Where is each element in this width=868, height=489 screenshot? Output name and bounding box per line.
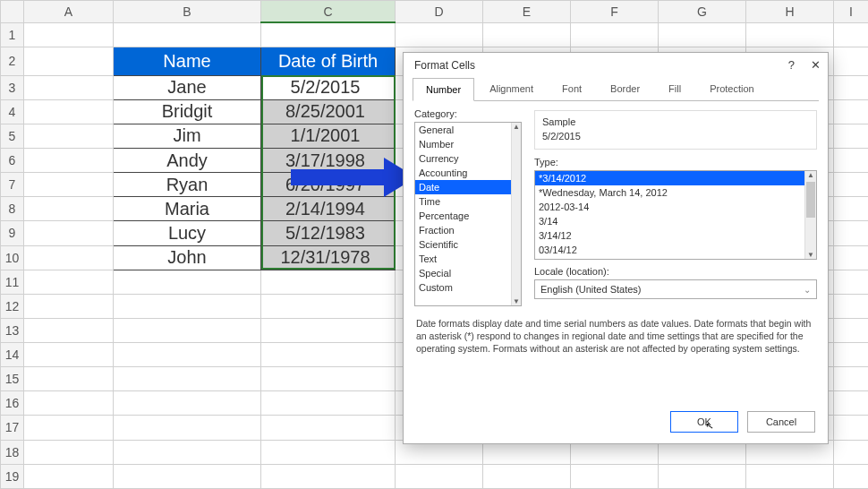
tab-fill[interactable]: Fill bbox=[655, 77, 694, 100]
row-header-16[interactable]: 16 bbox=[1, 391, 24, 416]
cell-C18[interactable] bbox=[261, 440, 396, 464]
cell-E1[interactable] bbox=[483, 22, 571, 47]
row-header-18[interactable]: 18 bbox=[1, 440, 24, 464]
category-item-general[interactable]: General bbox=[415, 123, 521, 137]
cell-C15[interactable] bbox=[261, 367, 396, 391]
cell-I4[interactable] bbox=[834, 99, 869, 124]
cancel-button[interactable]: Cancel bbox=[747, 411, 815, 433]
cell-A17[interactable] bbox=[24, 416, 114, 440]
cell-B18[interactable] bbox=[114, 440, 261, 464]
cell-A19[interactable] bbox=[24, 464, 114, 488]
type-item[interactable]: *3/14/2012 bbox=[535, 171, 816, 185]
row-header-7[interactable]: 7 bbox=[1, 173, 24, 197]
row-header-2[interactable]: 2 bbox=[1, 47, 24, 76]
cell-I6[interactable] bbox=[834, 149, 869, 173]
cell-A18[interactable] bbox=[24, 440, 114, 464]
cell-B14[interactable] bbox=[114, 343, 261, 367]
cell-I1[interactable] bbox=[834, 22, 869, 47]
cell-C11[interactable] bbox=[261, 270, 396, 294]
category-item-special[interactable]: Special bbox=[415, 266, 521, 280]
cell-B9[interactable]: Lucy bbox=[114, 221, 261, 245]
cell-A5[interactable] bbox=[24, 124, 114, 148]
cell-F19[interactable] bbox=[571, 464, 659, 488]
help-icon[interactable]: ? bbox=[788, 58, 795, 72]
cell-D19[interactable] bbox=[396, 464, 483, 488]
cell-A16[interactable] bbox=[24, 391, 114, 416]
cell-I12[interactable] bbox=[834, 294, 869, 318]
category-listbox[interactable]: GeneralNumberCurrencyAccountingDateTimeP… bbox=[414, 122, 522, 306]
cell-I11[interactable] bbox=[834, 270, 869, 294]
close-icon[interactable]: ✕ bbox=[811, 58, 821, 72]
cell-G19[interactable] bbox=[659, 464, 746, 488]
type-item[interactable]: 2012-03-14 bbox=[535, 200, 816, 214]
cell-I2[interactable] bbox=[834, 47, 869, 76]
scrollbar[interactable]: ▲ ▼ bbox=[804, 171, 816, 259]
row-header-3[interactable]: 3 bbox=[1, 75, 24, 99]
row-header-5[interactable]: 5 bbox=[1, 124, 24, 148]
cell-C5[interactable]: 1/1/2001 bbox=[261, 124, 396, 148]
cell-A1[interactable] bbox=[24, 22, 114, 47]
cell-C16[interactable] bbox=[261, 391, 396, 416]
cell-I3[interactable] bbox=[834, 75, 869, 99]
type-item[interactable]: 3/14/12 bbox=[535, 228, 816, 243]
cell-I18[interactable] bbox=[834, 440, 869, 464]
category-item-number[interactable]: Number bbox=[415, 137, 521, 151]
type-item[interactable]: 14-Mar bbox=[535, 257, 816, 260]
column-header-D[interactable]: D bbox=[396, 1, 483, 23]
column-header-E[interactable]: E bbox=[483, 1, 571, 23]
cell-B4[interactable]: Bridgit bbox=[114, 99, 261, 124]
tab-border[interactable]: Border bbox=[597, 77, 653, 100]
cell-B8[interactable]: Maria bbox=[114, 197, 261, 221]
cell-A10[interactable] bbox=[24, 245, 114, 270]
cell-H1[interactable] bbox=[746, 22, 834, 47]
cell-C19[interactable] bbox=[261, 464, 396, 488]
cell-C1[interactable] bbox=[261, 22, 396, 47]
cell-B13[interactable] bbox=[114, 318, 261, 342]
row-header-12[interactable]: 12 bbox=[1, 294, 24, 318]
ok-button[interactable]: OK ↖ bbox=[670, 411, 738, 433]
category-item-custom[interactable]: Custom bbox=[415, 280, 521, 295]
cell-C6[interactable]: 3/17/1998 bbox=[261, 149, 396, 173]
cell-F1[interactable] bbox=[571, 22, 659, 47]
cell-C12[interactable] bbox=[261, 294, 396, 318]
cell-I5[interactable] bbox=[834, 124, 869, 148]
cell-B5[interactable]: Jim bbox=[114, 124, 261, 148]
cell-A7[interactable] bbox=[24, 173, 114, 197]
cell-A4[interactable] bbox=[24, 99, 114, 124]
type-listbox[interactable]: *3/14/2012*Wednesday, March 14, 20122012… bbox=[534, 170, 817, 260]
tab-protection[interactable]: Protection bbox=[696, 77, 768, 100]
cell-A8[interactable] bbox=[24, 197, 114, 221]
cell-B15[interactable] bbox=[114, 367, 261, 391]
select-all-corner[interactable] bbox=[1, 1, 24, 23]
category-item-currency[interactable]: Currency bbox=[415, 151, 521, 166]
scroll-down-icon[interactable]: ▼ bbox=[512, 297, 521, 305]
cell-A13[interactable] bbox=[24, 318, 114, 342]
row-header-19[interactable]: 19 bbox=[1, 464, 24, 488]
cell-B2[interactable]: Name bbox=[114, 47, 261, 76]
row-header-17[interactable]: 17 bbox=[1, 416, 24, 440]
type-item[interactable]: *Wednesday, March 14, 2012 bbox=[535, 185, 816, 200]
category-item-date[interactable]: Date bbox=[415, 180, 521, 194]
cell-B6[interactable]: Andy bbox=[114, 149, 261, 173]
tab-alignment[interactable]: Alignment bbox=[476, 77, 547, 100]
cell-C10[interactable]: 12/31/1978 bbox=[261, 245, 396, 270]
column-header-G[interactable]: G bbox=[659, 1, 746, 23]
row-header-15[interactable]: 15 bbox=[1, 367, 24, 391]
type-item[interactable]: 03/14/12 bbox=[535, 243, 816, 257]
cell-I14[interactable] bbox=[834, 343, 869, 367]
locale-select[interactable]: English (United States) ⌄ bbox=[534, 279, 817, 299]
cell-G1[interactable] bbox=[659, 22, 746, 47]
row-header-6[interactable]: 6 bbox=[1, 149, 24, 173]
cell-E19[interactable] bbox=[483, 464, 571, 488]
cell-I15[interactable] bbox=[834, 367, 869, 391]
column-header-I[interactable]: I bbox=[834, 1, 869, 23]
scroll-down-icon[interactable]: ▼ bbox=[805, 251, 816, 259]
cell-I16[interactable] bbox=[834, 391, 869, 416]
cell-I7[interactable] bbox=[834, 173, 869, 197]
category-item-percentage[interactable]: Percentage bbox=[415, 209, 521, 223]
cell-I8[interactable] bbox=[834, 197, 869, 221]
cell-I13[interactable] bbox=[834, 318, 869, 342]
cell-C7[interactable]: 6/20/1997 bbox=[261, 173, 396, 197]
cell-B3[interactable]: Jane bbox=[114, 75, 261, 99]
cell-B19[interactable] bbox=[114, 464, 261, 488]
